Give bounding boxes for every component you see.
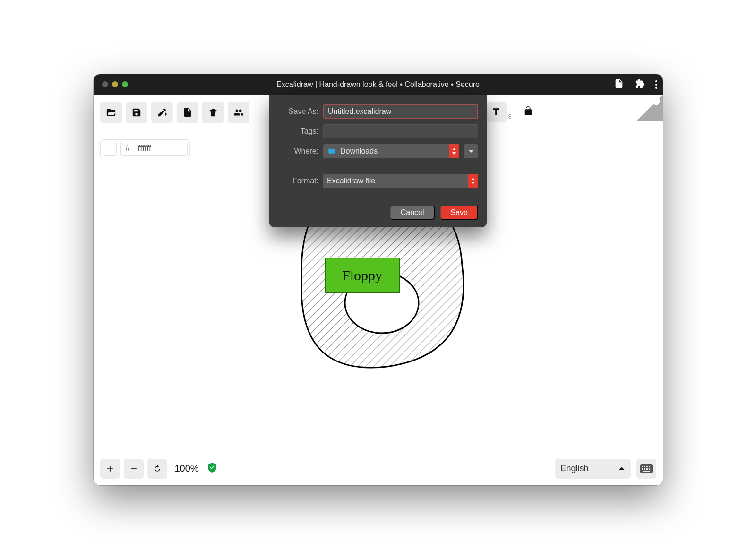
svg-rect-8 — [649, 466, 650, 467]
chevron-up-icon — [619, 465, 625, 472]
zoom-reset-button[interactable] — [147, 459, 167, 479]
where-value: Downloads — [340, 147, 378, 155]
corner-fold-github-icon[interactable] — [636, 95, 663, 121]
zoom-in-button[interactable] — [100, 459, 120, 479]
updown-icon — [468, 174, 478, 188]
svg-rect-5 — [642, 466, 643, 467]
shape-tools-overflow: 8 — [486, 102, 533, 122]
live-collaboration-button[interactable] — [228, 102, 249, 123]
zoom-level: 100% — [171, 463, 203, 474]
open-button[interactable] — [100, 102, 122, 123]
svg-rect-13 — [643, 471, 650, 472]
canvas-sticky-label[interactable]: Floppy — [325, 258, 400, 293]
clear-canvas-button[interactable] — [202, 102, 224, 123]
save-as-label: Save As: — [278, 107, 318, 116]
svg-rect-6 — [644, 466, 645, 467]
svg-rect-10 — [644, 468, 645, 470]
main-toolbar — [100, 102, 249, 123]
color-swatch[interactable] — [103, 142, 117, 156]
format-value: Excalidraw file — [327, 177, 375, 185]
svg-rect-3 — [328, 148, 331, 150]
background-color-picker: # — [100, 139, 190, 158]
where-label: Where: — [278, 147, 318, 155]
install-app-icon[interactable] — [614, 78, 624, 91]
window: Excalidraw | Hand-drawn look & feel • Co… — [94, 74, 663, 485]
expand-dialog-button[interactable] — [464, 144, 478, 158]
window-title: Excalidraw | Hand-drawn look & feel • Co… — [276, 80, 480, 89]
keyboard-shortcuts-button[interactable] — [636, 459, 656, 479]
dialog-separator — [269, 196, 487, 196]
svg-rect-9 — [642, 468, 643, 470]
format-select[interactable]: Excalidraw file — [323, 174, 478, 188]
traffic-lights — [94, 81, 128, 87]
unlock-icon[interactable] — [523, 106, 533, 118]
hex-color-input[interactable] — [135, 142, 187, 155]
svg-rect-12 — [649, 468, 650, 470]
browser-actions — [614, 78, 657, 91]
save-confirm-button[interactable]: Save — [440, 206, 478, 220]
titlebar: Excalidraw | Hand-drawn look & feel • Co… — [94, 74, 663, 95]
export-button[interactable] — [177, 102, 198, 123]
close-window-dot[interactable] — [102, 81, 108, 87]
language-select[interactable]: English — [555, 459, 631, 479]
save-as-button[interactable] — [151, 102, 173, 123]
updown-icon — [449, 144, 459, 158]
zoom-out-button[interactable] — [124, 459, 144, 479]
save-button[interactable] — [126, 102, 147, 123]
tags-label: Tags: — [278, 127, 318, 136]
where-select[interactable]: Downloads — [323, 144, 459, 158]
tags-input[interactable] — [323, 124, 478, 138]
text-tool-button[interactable] — [486, 102, 507, 122]
encryption-shield-icon[interactable] — [206, 462, 218, 475]
svg-rect-11 — [646, 468, 648, 470]
text-tool-shortcut: 8 — [508, 113, 512, 120]
dialog-separator — [269, 166, 487, 166]
maximize-window-dot[interactable] — [122, 81, 128, 87]
app-surface: 8 # Floppy Save — [94, 95, 663, 485]
extensions-icon[interactable] — [635, 78, 645, 91]
svg-rect-7 — [646, 466, 648, 467]
language-value: English — [561, 464, 589, 473]
save-as-input[interactable] — [323, 104, 478, 119]
save-dialog: Save As: Tags: Where: Downloads — [269, 95, 487, 227]
kebab-menu-icon[interactable] — [655, 80, 657, 89]
footer-controls: English — [555, 459, 656, 479]
folder-icon — [327, 147, 336, 155]
minimize-window-dot[interactable] — [112, 81, 118, 87]
zoom-controls: 100% — [100, 459, 218, 479]
format-label: Format: — [278, 177, 318, 185]
cancel-button[interactable]: Cancel — [390, 206, 435, 220]
hash-prefix: # — [121, 142, 135, 155]
